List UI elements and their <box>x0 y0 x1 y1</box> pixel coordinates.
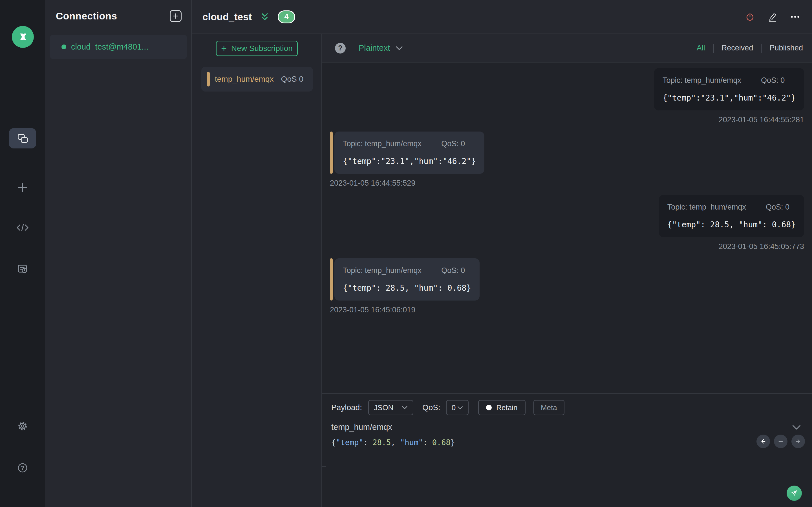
history-forward-button[interactable] <box>792 435 805 448</box>
subscriptions-column: + New Subscription temp_hum/emqx QoS 0 <box>192 34 322 507</box>
more-options-button[interactable] <box>790 12 800 22</box>
payload-editor[interactable]: {"temp": 28.5, "hum": 0.68} <box>322 432 812 447</box>
connections-panel: Connections cloud_test@m4801... <box>45 0 192 507</box>
message-timestamp: 2023-01-05 16:45:05:773 <box>719 242 804 251</box>
message-payload: {"temp":"23.1","hum":"46.2"} <box>343 157 476 166</box>
tab-separator <box>761 44 762 53</box>
editor-token: 28.5 <box>372 438 391 447</box>
plus-icon <box>17 182 29 193</box>
payload-format-dropdown[interactable]: JSON <box>368 400 413 415</box>
message-payload: {"temp": 28.5, "hum": 0.68} <box>343 283 471 293</box>
message-published: Topic: temp_hum/emqx QoS: 0 {"temp": 28.… <box>330 195 804 251</box>
tab-all[interactable]: All <box>697 44 705 52</box>
connection-title: cloud_test <box>202 11 252 22</box>
message-timestamp: 2023-01-05 16:45:06:019 <box>330 305 415 314</box>
double-chevron-down-icon[interactable] <box>260 12 270 22</box>
message-meta: Topic: temp_hum/emqx QoS: 0 <box>343 139 476 148</box>
mqttx-logo <box>12 26 34 48</box>
retain-toggle[interactable]: Retain <box>478 400 525 415</box>
format-selected-label: Plaintext <box>359 43 390 53</box>
nav-script-button[interactable] <box>16 222 29 233</box>
connected-status-dot <box>61 45 66 49</box>
connection-topbar: cloud_test 4 <box>192 0 812 34</box>
message-bubble[interactable]: Topic: temp_hum/emqx QoS: 0 {"temp": 28.… <box>330 258 479 300</box>
history-nav <box>756 435 805 448</box>
settings-button[interactable] <box>17 420 29 432</box>
message-qos: QoS: 0 <box>441 139 465 148</box>
message-area: ? Plaintext All Received Published Topic… <box>322 34 812 507</box>
editor-token: "temp" <box>336 438 363 447</box>
message-timestamp: 2023-01-05 16:44:55:281 <box>719 115 804 124</box>
history-clear-button[interactable] <box>774 435 788 448</box>
subscription-topic: temp_hum/emqx <box>215 75 274 83</box>
editor-token: 0.68 <box>432 438 451 447</box>
received-accent-bar <box>330 131 333 174</box>
connection-name: cloud_test@m4801... <box>71 42 148 52</box>
message-received: Topic: temp_hum/emqx QoS: 0 {"temp":"23.… <box>330 131 804 187</box>
editor-token: : <box>423 438 432 447</box>
payload-format-select[interactable]: Plaintext <box>359 43 403 53</box>
connection-item[interactable]: cloud_test@m4801... <box>50 35 187 59</box>
message-filter-tabs: All Received Published <box>697 44 803 53</box>
message-qos: QoS: 0 <box>766 203 790 212</box>
subscription-item[interactable]: temp_hum/emqx QoS 0 <box>201 67 313 92</box>
new-window-button[interactable] <box>17 182 29 193</box>
editor-token: "hum" <box>400 438 423 447</box>
nav-connections-button[interactable] <box>9 128 36 149</box>
plus-square-icon <box>172 13 179 19</box>
disconnect-button[interactable] <box>745 12 755 22</box>
add-connection-button[interactable] <box>170 10 182 22</box>
activity-rail: ? <box>0 0 45 507</box>
plus-icon: + <box>221 43 227 53</box>
message-timestamp: 2023-01-05 16:44:55:529 <box>330 179 415 187</box>
editor-token: , <box>391 438 400 447</box>
history-back-button[interactable] <box>756 435 770 448</box>
payload-format-label: Payload: <box>331 403 362 412</box>
payload-help-icon[interactable]: ? <box>335 43 346 54</box>
meta-button[interactable]: Meta <box>534 400 564 415</box>
minus-icon <box>777 438 784 445</box>
arrow-right-icon <box>795 438 802 445</box>
chevron-down-icon <box>402 406 408 409</box>
publish-toolbar: Payload: JSON QoS: 0 <box>322 394 812 415</box>
message-topic: Topic: temp_hum/emqx <box>667 203 746 212</box>
new-subscription-button[interactable]: + New Subscription <box>216 41 298 56</box>
ellipsis-icon <box>790 12 800 22</box>
log-icon <box>16 263 29 275</box>
message-meta: Topic: temp_hum/emqx QoS: 0 <box>343 266 471 275</box>
collapse-composer-icon[interactable] <box>792 425 801 430</box>
connections-title: Connections <box>56 10 117 22</box>
qos-value: 0 <box>452 403 456 412</box>
qos-dropdown[interactable]: 0 <box>446 400 469 415</box>
help-icon: ? <box>17 462 29 474</box>
message-filterbar: ? Plaintext All Received Published <box>322 34 812 62</box>
editor-token: } <box>451 438 455 447</box>
message-list: Topic: temp_hum/emqx QoS: 0 {"temp":"23.… <box>322 62 812 322</box>
message-bubble[interactable]: Topic: temp_hum/emqx QoS: 0 {"temp":"23.… <box>654 68 804 110</box>
meta-label: Meta <box>541 403 557 412</box>
received-accent-bar <box>330 258 333 300</box>
edit-pencil-icon <box>767 12 777 22</box>
topic-input[interactable]: temp_hum/emqx <box>331 422 392 432</box>
message-qos: QoS: 0 <box>761 76 784 85</box>
send-button[interactable] <box>786 486 802 501</box>
edit-connection-button[interactable] <box>767 12 777 22</box>
message-qos: QoS: 0 <box>441 266 465 275</box>
message-topic: Topic: temp_hum/emqx <box>343 266 421 275</box>
publish-composer: Payload: JSON QoS: 0 <box>322 393 812 507</box>
chevron-down-icon <box>396 46 403 50</box>
paper-plane-icon <box>790 489 799 497</box>
subscription-qos: QoS 0 <box>281 75 303 83</box>
message-bubble[interactable]: Topic: temp_hum/emqx QoS: 0 {"temp":"23.… <box>330 131 485 174</box>
connections-icon <box>16 132 29 145</box>
message-bubble[interactable]: Topic: temp_hum/emqx QoS: 0 {"temp": 28.… <box>659 195 804 237</box>
tab-published[interactable]: Published <box>769 44 803 52</box>
help-button[interactable]: ? <box>17 462 29 474</box>
tab-received[interactable]: Received <box>721 44 753 52</box>
message-count-badge: 4 <box>278 10 295 23</box>
nav-log-button[interactable] <box>16 263 29 275</box>
message-topic: Topic: temp_hum/emqx <box>663 76 741 85</box>
publish-topic-row: temp_hum/emqx <box>322 415 812 432</box>
topbar-actions <box>745 12 800 22</box>
editor-token: : <box>363 438 373 447</box>
